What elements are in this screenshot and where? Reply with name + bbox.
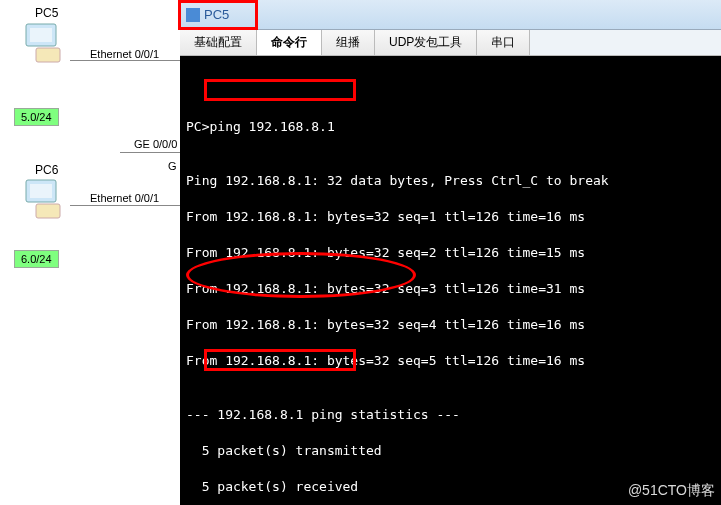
ge0-label: GE 0/0/0 bbox=[134, 138, 177, 150]
pc6-icon[interactable] bbox=[20, 178, 70, 223]
terminal-line: --- 192.168.8.1 ping statistics --- bbox=[186, 406, 715, 424]
pc5-label: PC5 bbox=[35, 6, 58, 20]
pc5-terminal-window: PC5 基础配置 命令行 组播 UDP发包工具 串口 PC>ping 192.1… bbox=[180, 0, 721, 505]
tab-serial[interactable]: 串口 bbox=[477, 30, 530, 55]
link-pc5 bbox=[70, 60, 180, 61]
pc5-eth-label: Ethernet 0/0/1 bbox=[90, 48, 159, 60]
terminal-line: From 192.168.8.1: bytes=32 seq=3 ttl=126… bbox=[186, 280, 715, 298]
tab-bar: 基础配置 命令行 组播 UDP发包工具 串口 bbox=[180, 30, 721, 56]
tab-multicast[interactable]: 组播 bbox=[322, 30, 375, 55]
terminal-line: 5 packet(s) transmitted bbox=[186, 442, 715, 460]
terminal-line: From 192.168.8.1: bytes=32 seq=5 ttl=126… bbox=[186, 352, 715, 370]
svg-rect-5 bbox=[36, 204, 60, 218]
pc6-subnet-badge: 6.0/24 bbox=[14, 250, 59, 268]
pc5-icon[interactable] bbox=[20, 22, 70, 67]
svg-rect-2 bbox=[36, 48, 60, 62]
svg-rect-1 bbox=[30, 28, 52, 42]
window-title-bar[interactable]: PC5 bbox=[180, 0, 721, 30]
ge1-label: G bbox=[168, 160, 177, 172]
watermark: @51CTO博客 bbox=[628, 481, 715, 499]
link-ge0 bbox=[120, 152, 180, 153]
terminal-line: PC>ping 192.168.8.1 bbox=[186, 118, 715, 136]
link-pc6 bbox=[70, 205, 180, 206]
terminal-line bbox=[186, 82, 715, 100]
terminal-line: From 192.168.8.1: bytes=32 seq=1 ttl=126… bbox=[186, 208, 715, 226]
terminal-line: From 192.168.8.1: bytes=32 seq=4 ttl=126… bbox=[186, 316, 715, 334]
pc6-eth-label: Ethernet 0/0/1 bbox=[90, 192, 159, 204]
terminal-line: Ping 192.168.8.1: 32 data bytes, Press C… bbox=[186, 172, 715, 190]
tab-basic[interactable]: 基础配置 bbox=[180, 30, 257, 55]
app-icon bbox=[186, 8, 200, 22]
tab-cmdline[interactable]: 命令行 bbox=[257, 30, 322, 55]
topology-canvas[interactable]: PC5 Ethernet 0/0/1 5.0/24 GE 0/0/0 PC6 E… bbox=[0, 0, 180, 505]
tab-udp-tool[interactable]: UDP发包工具 bbox=[375, 30, 477, 55]
terminal-output[interactable]: PC>ping 192.168.8.1 Ping 192.168.8.1: 32… bbox=[180, 56, 721, 505]
window-title: PC5 bbox=[186, 7, 229, 22]
terminal-line: From 192.168.8.1: bytes=32 seq=2 ttl=126… bbox=[186, 244, 715, 262]
svg-rect-4 bbox=[30, 184, 52, 198]
pc6-label: PC6 bbox=[35, 163, 58, 177]
pc5-subnet-badge: 5.0/24 bbox=[14, 108, 59, 126]
